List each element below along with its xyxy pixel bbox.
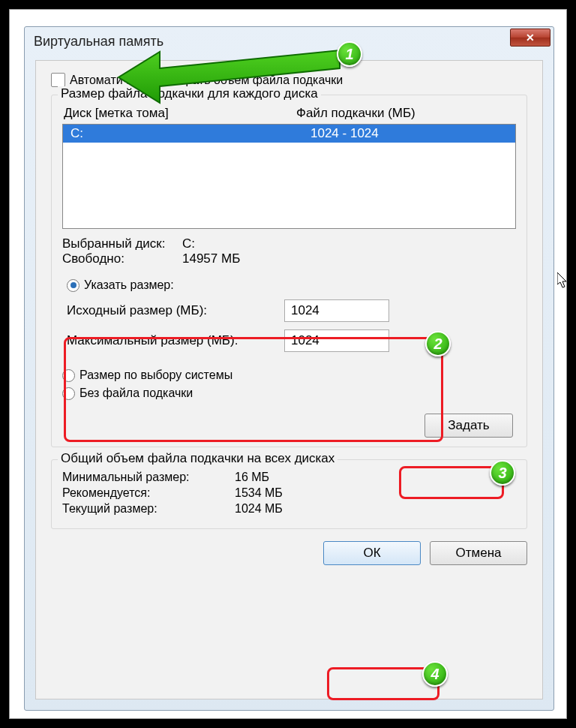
virtual-memory-window: Виртуальная память ✕ Автоматически выбир… <box>24 26 554 711</box>
max-size-input[interactable] <box>284 329 389 352</box>
cur-label: Текущий размер: <box>62 502 235 516</box>
min-value: 16 МБ <box>235 471 269 484</box>
marker-4: 4 <box>422 661 448 687</box>
set-button[interactable]: Задать <box>424 414 513 438</box>
drive-name: C: <box>70 126 310 141</box>
system-managed-radio[interactable] <box>62 369 75 382</box>
dialog-body: Автоматически выбирать объем файла подка… <box>35 60 543 699</box>
custom-size-radio[interactable] <box>67 279 80 292</box>
no-pagefile-radio[interactable] <box>62 387 75 400</box>
pagefile-group: Размер файла подкачки для каждого диска … <box>51 95 527 447</box>
arrow-icon <box>115 43 355 110</box>
initial-size-input[interactable] <box>284 299 389 322</box>
system-managed-label: Размер по выбору системы <box>80 369 232 382</box>
marker-3: 3 <box>490 460 515 486</box>
cancel-button[interactable]: Отмена <box>430 541 527 565</box>
rec-label: Рекомендуется: <box>62 486 235 500</box>
close-icon: ✕ <box>526 32 535 44</box>
ok-button[interactable]: ОК <box>323 541 421 565</box>
selected-drive-label: Выбранный диск: <box>62 236 182 251</box>
initial-size-label: Исходный размер (МБ): <box>67 303 284 318</box>
no-pagefile-row[interactable]: Без файла подкачки <box>62 387 516 400</box>
svg-marker-0 <box>118 50 340 103</box>
free-space-label: Свободно: <box>62 251 182 266</box>
drive-size: 1024 - 1024 <box>310 126 379 141</box>
close-button[interactable]: ✕ <box>510 29 550 47</box>
cur-value: 1024 МБ <box>235 502 283 516</box>
marker-2: 2 <box>425 331 451 356</box>
auto-manage-checkbox[interactable] <box>51 73 65 87</box>
no-pagefile-label: Без файла подкачки <box>80 387 193 400</box>
custom-size-row[interactable]: Указать размер: <box>67 278 512 292</box>
totals-legend: Общий объем файла подкачки на всех диска… <box>58 451 338 466</box>
free-space-value: 14957 МБ <box>182 251 240 266</box>
system-managed-row[interactable]: Размер по выбору системы <box>62 369 516 382</box>
marker-1: 1 <box>337 41 362 67</box>
totals-group: Общий объем файла подкачки на всех диска… <box>51 459 527 529</box>
max-size-label: Максимальный размер (МБ): <box>67 333 284 348</box>
selected-drive-value: C: <box>182 236 195 251</box>
svg-marker-1 <box>557 272 566 287</box>
drive-row[interactable]: C: 1024 - 1024 <box>63 125 515 143</box>
min-label: Минимальный размер: <box>62 471 235 484</box>
custom-size-label: Указать размер: <box>84 278 174 292</box>
rec-value: 1534 МБ <box>235 486 283 500</box>
cursor-icon <box>557 272 569 289</box>
drive-list[interactable]: C: 1024 - 1024 <box>62 124 516 229</box>
